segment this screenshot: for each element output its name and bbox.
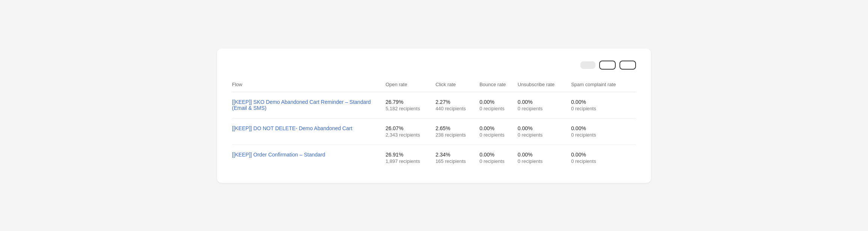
open-rate-recipients: 2,343 recipients <box>386 132 436 138</box>
table-row: [[KEEP]] DO NOT DELETE- Demo Abandoned C… <box>232 118 636 144</box>
bounce-rate-recipients: 0 recipients <box>479 158 518 164</box>
flow-link[interactable]: [[KEEP]] Order Confirmation – Standard <box>232 152 325 158</box>
bounce-rate-cell: 0.00% 0 recipients <box>479 118 518 144</box>
unsubscribe-rate-recipients: 0 recipients <box>518 132 571 138</box>
spam-rate-recipients: 0 recipients <box>571 158 636 164</box>
flow-name-cell: [[KEEP]] DO NOT DELETE- Demo Abandoned C… <box>232 118 386 144</box>
col-unsubscribe-rate: Unsubscribe rate <box>518 82 571 92</box>
needs-attention-button[interactable] <box>599 61 616 70</box>
recent-flows-card: Flow Open rate Click rate Bounce rate Un… <box>217 49 651 183</box>
open-rate-value: 26.79% <box>386 99 436 105</box>
open-rate-recipients: 1,897 recipients <box>386 158 436 164</box>
flow-link[interactable]: [[KEEP]] DO NOT DELETE- Demo Abandoned C… <box>232 125 352 131</box>
click-rate-value: 2.34% <box>436 152 479 158</box>
unsubscribe-rate-cell: 0.00% 0 recipients <box>518 118 571 144</box>
bounce-rate-cell: 0.00% 0 recipients <box>479 92 518 118</box>
unsubscribe-rate-recipients: 0 recipients <box>518 158 571 164</box>
click-rate-recipients: 238 recipients <box>436 132 479 138</box>
spam-rate-value: 0.00% <box>571 125 636 131</box>
table-header: Flow Open rate Click rate Bounce rate Un… <box>232 82 636 92</box>
open-rate-recipients: 5,182 recipients <box>386 106 436 111</box>
click-rate-value: 2.65% <box>436 125 479 131</box>
table-row: [[KEEP]] Order Confirmation – Standard 2… <box>232 144 636 171</box>
click-rate-cell: 2.65% 238 recipients <box>436 118 479 144</box>
flow-name-cell: [[KEEP]] Order Confirmation – Standard <box>232 144 386 171</box>
col-bounce-rate: Bounce rate <box>479 82 518 92</box>
flow-name-cell: [[KEEP]] SKO Demo Abandoned Cart Reminde… <box>232 92 386 118</box>
bounce-rate-value: 0.00% <box>479 125 518 131</box>
bounce-rate-recipients: 0 recipients <box>479 106 518 111</box>
open-rate-value: 26.91% <box>386 152 436 158</box>
bounce-rate-value: 0.00% <box>479 99 518 105</box>
col-spam-rate: Spam complaint rate <box>571 82 636 92</box>
unsubscribe-rate-value: 0.00% <box>518 99 571 105</box>
spam-rate-cell: 0.00% 0 recipients <box>571 92 636 118</box>
healthy-button[interactable] <box>580 61 595 69</box>
flow-link[interactable]: [[KEEP]] SKO Demo Abandoned Cart Reminde… <box>232 99 371 111</box>
open-rate-cell: 26.79% 5,182 recipients <box>386 92 436 118</box>
open-rate-value: 26.07% <box>386 125 436 131</box>
click-rate-cell: 2.34% 165 recipients <box>436 144 479 171</box>
header-actions <box>580 61 636 70</box>
unsubscribe-rate-value: 0.00% <box>518 125 571 131</box>
bounce-rate-recipients: 0 recipients <box>479 132 518 138</box>
spam-rate-cell: 0.00% 0 recipients <box>571 144 636 171</box>
unsubscribe-rate-recipients: 0 recipients <box>518 106 571 111</box>
col-click-rate: Click rate <box>436 82 479 92</box>
open-rate-cell: 26.07% 2,343 recipients <box>386 118 436 144</box>
bounce-rate-value: 0.00% <box>479 152 518 158</box>
unsubscribe-rate-value: 0.00% <box>518 152 571 158</box>
click-rate-recipients: 165 recipients <box>436 158 479 164</box>
spam-rate-cell: 0.00% 0 recipients <box>571 118 636 144</box>
spam-rate-value: 0.00% <box>571 152 636 158</box>
spam-rate-value: 0.00% <box>571 99 636 105</box>
click-rate-recipients: 440 recipients <box>436 106 479 111</box>
col-open-rate: Open rate <box>386 82 436 92</box>
table-row: [[KEEP]] SKO Demo Abandoned Cart Reminde… <box>232 92 636 118</box>
flows-table: Flow Open rate Click rate Bounce rate Un… <box>232 82 636 171</box>
bounce-rate-cell: 0.00% 0 recipients <box>479 144 518 171</box>
spam-rate-recipients: 0 recipients <box>571 106 636 111</box>
click-rate-value: 2.27% <box>436 99 479 105</box>
table-body: [[KEEP]] SKO Demo Abandoned Cart Reminde… <box>232 92 636 171</box>
header-row: Flow Open rate Click rate Bounce rate Un… <box>232 82 636 92</box>
unsubscribe-rate-cell: 0.00% 0 recipients <box>518 144 571 171</box>
view-all-flows-button[interactable] <box>619 61 636 70</box>
open-rate-cell: 26.91% 1,897 recipients <box>386 144 436 171</box>
unsubscribe-rate-cell: 0.00% 0 recipients <box>518 92 571 118</box>
col-flow: Flow <box>232 82 386 92</box>
click-rate-cell: 2.27% 440 recipients <box>436 92 479 118</box>
spam-rate-recipients: 0 recipients <box>571 132 636 138</box>
card-header <box>232 61 636 70</box>
